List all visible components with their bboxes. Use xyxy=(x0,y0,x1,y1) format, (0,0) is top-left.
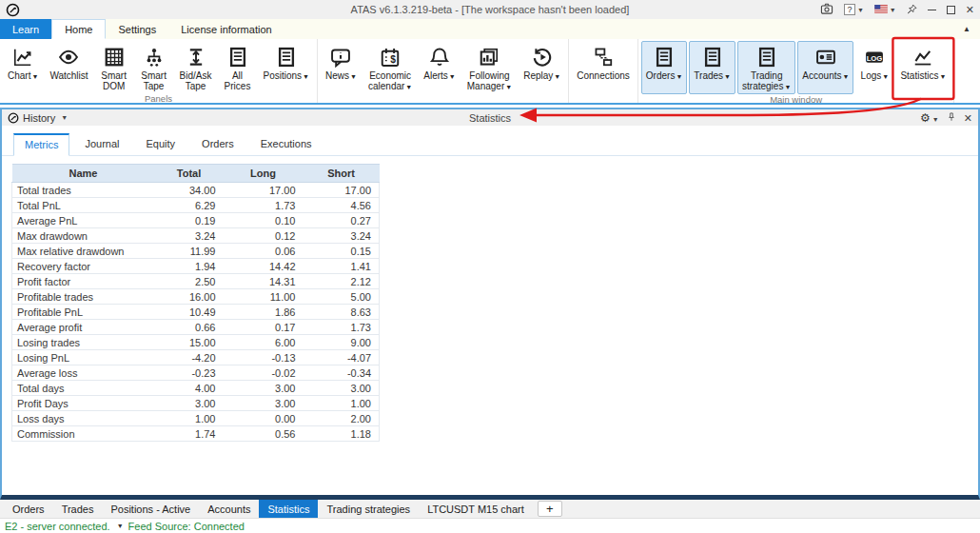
bottom-tab-accounts[interactable]: Accounts xyxy=(199,500,259,518)
close-icon: ✕ xyxy=(966,5,974,15)
metric-value: 0.19 xyxy=(155,213,224,228)
panel-tab-executions[interactable]: Executions xyxy=(249,133,323,155)
minimize-button[interactable] xyxy=(928,10,936,10)
ribbon-group-panels: Chart▼WatchlistSmartDOMSmartTapeBid/AskT… xyxy=(0,39,318,103)
table-row-profitable-trades: Profitable trades16.0011.005.00 xyxy=(12,289,380,305)
panel-tab-orders[interactable]: Orders xyxy=(190,133,245,155)
metric-value: 3.00 xyxy=(155,396,224,411)
metric-value: 3.24 xyxy=(155,228,224,244)
ribbon-button-economic-calendar[interactable]: $Economiccalendar▼ xyxy=(363,41,417,94)
panel-close-button[interactable]: ✕ xyxy=(964,112,972,124)
ribbon-button-all-prices[interactable]: AllPrices xyxy=(219,41,257,93)
panel-pin-button[interactable] xyxy=(947,111,956,125)
column-header-short[interactable]: Short xyxy=(304,165,380,183)
pin-icon xyxy=(907,4,917,16)
chevron-down-icon[interactable]: ▼ xyxy=(117,523,124,529)
atas-logo-icon xyxy=(6,3,20,17)
ribbon-button-trades[interactable]: Trades▼ xyxy=(689,41,735,94)
panel-settings-button[interactable]: ⚙▼ xyxy=(920,112,939,124)
metrics-table: NameTotalLongShort Total trades34.0017.0… xyxy=(11,164,380,442)
help-button[interactable]: ?▼ xyxy=(844,4,864,15)
table-row-max-relative-drawdown: Max relative drawdown11.990.060.15 xyxy=(12,244,380,259)
bottom-tab-trading-strategies[interactable]: Trading strategies xyxy=(318,500,419,518)
monitor-chart-icon xyxy=(479,47,500,68)
table-row-average-pnl: Average PnL0.190.100.27 xyxy=(12,213,380,228)
ribbon-button-bid-ask-tape[interactable]: Bid/AskTape xyxy=(175,41,217,93)
panel-tab-metrics[interactable]: Metrics xyxy=(13,133,69,156)
ribbon-collapse-button[interactable]: ▲ xyxy=(963,19,970,39)
ribbon-tab-settings[interactable]: Settings xyxy=(106,19,168,39)
network-icon xyxy=(593,47,614,68)
bid-ask-icon xyxy=(186,47,206,68)
bottom-tab-bar: OrdersTradesPositions - ActiveAccountsSt… xyxy=(0,500,980,519)
ribbon-button-positions[interactable]: Positions▼ xyxy=(259,41,315,93)
metric-value: 11.00 xyxy=(224,289,304,305)
maximize-button[interactable] xyxy=(947,6,955,14)
ribbon-button-logs[interactable]: LOGLogs▼ xyxy=(855,41,893,94)
ribbon-tab-learn[interactable]: Learn xyxy=(0,19,51,39)
table-row-profit-factor: Profit factor2.5014.312.12 xyxy=(12,274,380,289)
metric-name: Max relative drawdown xyxy=(12,244,155,259)
metric-value: 1.18 xyxy=(304,426,380,442)
metric-value: 1.00 xyxy=(155,411,224,426)
metric-value: 6.29 xyxy=(155,198,224,213)
metric-name: Total days xyxy=(12,381,155,396)
table-row-total-trades: Total trades34.0017.0017.00 xyxy=(12,183,380,198)
ribbon-button-accounts[interactable]: Accounts▼ xyxy=(797,41,853,94)
history-selector[interactable]: History ▼ xyxy=(8,112,68,124)
add-tab-button[interactable]: + xyxy=(538,501,562,517)
screenshot-button[interactable] xyxy=(820,3,833,16)
ribbon-button-watchlist[interactable]: Watchlist xyxy=(45,41,92,93)
ribbon-button-connections[interactable]: Connections xyxy=(572,41,635,90)
ribbon-button-trading-strategies[interactable]: Tradingstrategies▼ xyxy=(737,41,795,94)
minimize-icon xyxy=(928,10,936,10)
column-header-long[interactable]: Long xyxy=(224,165,304,183)
metric-name: Profitable PnL xyxy=(12,305,155,320)
metric-name: Average PnL xyxy=(12,213,155,228)
chevron-down-icon: ▼ xyxy=(784,84,791,90)
language-button[interactable]: ▼ xyxy=(874,4,896,15)
column-header-total[interactable]: Total xyxy=(155,165,224,183)
metric-value: 0.17 xyxy=(224,320,304,335)
bottom-tab-orders[interactable]: Orders xyxy=(4,500,53,518)
panel-header: History ▼ Statistics ⚙▼ ✕ xyxy=(2,109,978,126)
ribbon-tab-license-information[interactable]: License information xyxy=(168,19,284,39)
ribbon-button-alerts[interactable]: Alerts▼ xyxy=(419,41,461,94)
ribbon-button-chart[interactable]: Chart▼ xyxy=(3,41,43,93)
table-row-max-drawdown: Max drawdown3.240.123.24 xyxy=(12,228,380,244)
speech-bubble-icon xyxy=(330,47,351,68)
pin-button[interactable] xyxy=(907,4,917,16)
ribbon-group: Connections xyxy=(569,39,638,103)
metric-value: 1.41 xyxy=(304,259,380,274)
ribbon-button-smart-dom[interactable]: SmartDOM xyxy=(95,41,133,93)
ribbon-button-statistics[interactable]: Statistics▼ xyxy=(895,41,951,94)
panel-tab-journal[interactable]: Journal xyxy=(73,133,130,155)
bottom-tab-ltcusdt-m15-chart[interactable]: LTCUSDT M15 chart xyxy=(419,500,533,518)
ribbon-group-label xyxy=(572,90,635,103)
metric-value: 11.99 xyxy=(155,244,224,259)
ribbon-button-label: Chart▼ xyxy=(8,70,38,82)
ribbon-button-following-manager[interactable]: FollowingManager▼ xyxy=(462,41,517,94)
maximize-icon xyxy=(947,6,955,14)
ribbon-button-smart-tape[interactable]: SmartTape xyxy=(135,41,173,93)
metric-name: Profitable trades xyxy=(12,289,155,305)
log-badge-icon: LOG xyxy=(864,47,885,68)
ribbon-tab-bar: LearnHomeSettingsLicense information▲ xyxy=(0,19,980,39)
ribbon-button-replay[interactable]: Replay▼ xyxy=(519,41,565,94)
bottom-tab-trades[interactable]: Trades xyxy=(53,500,103,518)
ribbon-button-orders[interactable]: Orders▼ xyxy=(641,41,688,94)
metric-value: 1.94 xyxy=(155,259,224,274)
doc-lines-icon xyxy=(756,47,777,68)
ribbon-tab-home[interactable]: Home xyxy=(51,19,106,39)
chevron-down-icon: ▼ xyxy=(676,73,682,80)
close-button[interactable]: ✕ xyxy=(966,5,974,15)
bottom-tab-positions-active[interactable]: Positions - Active xyxy=(102,500,199,518)
bottom-tab-statistics[interactable]: Statistics xyxy=(259,500,318,518)
ribbon-button-news[interactable]: News▼ xyxy=(321,41,362,94)
metric-value: -4.20 xyxy=(155,350,224,365)
metric-name: Losing trades xyxy=(12,335,155,350)
column-header-name[interactable]: Name xyxy=(12,165,155,183)
panel-tab-equity[interactable]: Equity xyxy=(135,133,187,155)
metric-name: Average profit xyxy=(12,320,155,335)
doc-lines-icon xyxy=(654,47,675,68)
